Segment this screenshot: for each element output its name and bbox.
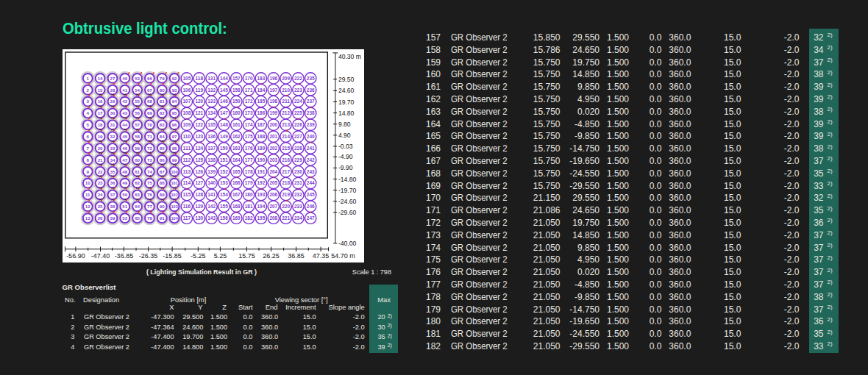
svg-text:29: 29 [110,99,115,104]
svg-text:174: 174 [244,122,252,127]
svg-text:20: 20 [97,145,102,150]
svg-text:162: 162 [232,133,240,138]
svg-text:196: 196 [269,75,277,80]
svg-text:81: 81 [159,99,164,104]
svg-text:110: 110 [182,133,191,138]
svg-text:29.50: 29.50 [338,75,354,82]
svg-text:37: 37 [110,192,115,197]
svg-text:24: 24 [97,192,102,197]
svg-text:207: 207 [269,204,277,209]
svg-text:244: 244 [306,180,314,185]
svg-text:118: 118 [195,75,203,80]
svg-text:73: 73 [146,157,152,162]
svg-text:113: 113 [182,168,191,174]
svg-text:124: 124 [195,145,203,150]
svg-text:137: 137 [207,145,216,150]
svg-text:123: 123 [195,133,203,138]
svg-text:66: 66 [146,75,152,80]
svg-text:75: 75 [146,180,152,185]
svg-text:171: 171 [244,87,252,92]
svg-text:143: 143 [207,215,216,220]
svg-text:130: 130 [195,215,203,220]
svg-text:229: 229 [294,157,302,162]
svg-text:36.85: 36.85 [288,251,305,259]
svg-text:26.25: 26.25 [263,251,280,259]
svg-text:168: 168 [232,204,240,209]
svg-text:111: 111 [182,145,191,150]
svg-text:142: 142 [207,204,216,209]
svg-text:22: 22 [97,168,102,174]
svg-text:218: 218 [282,180,290,185]
svg-text:105: 105 [182,75,191,80]
svg-text:38: 38 [110,204,115,209]
svg-text:153: 153 [220,180,228,185]
svg-text:58: 58 [135,133,140,138]
svg-text:243: 243 [306,168,314,174]
svg-text:158: 158 [232,87,240,92]
svg-text:136: 136 [207,133,216,138]
svg-text:32: 32 [110,133,115,138]
svg-text:47: 47 [122,157,127,162]
svg-text:117: 117 [182,215,191,220]
svg-text:95: 95 [171,110,177,115]
svg-text:202: 202 [269,145,277,150]
svg-text:63: 63 [135,192,140,197]
svg-text:-24.60: -24.60 [338,197,356,204]
svg-text:156: 156 [220,215,228,220]
svg-text:234: 234 [294,215,302,220]
svg-text:94: 94 [171,99,177,104]
svg-text:120: 120 [195,99,203,104]
svg-text:200: 200 [269,122,277,127]
svg-text:21: 21 [97,157,102,162]
svg-text:108: 108 [182,110,191,115]
svg-text:155: 155 [220,204,228,209]
svg-text:71: 71 [146,133,152,138]
svg-text:224: 224 [294,99,302,104]
svg-text:69: 69 [146,110,152,115]
svg-text:193: 193 [257,192,265,197]
svg-text:125: 125 [195,157,203,162]
svg-text:60: 60 [135,157,140,162]
svg-text:49: 49 [122,180,127,185]
svg-text:27: 27 [110,75,115,80]
svg-text:54: 54 [135,87,140,92]
svg-text:48: 48 [122,168,127,174]
svg-text:47.35: 47.35 [312,251,329,259]
svg-text:122: 122 [195,122,203,127]
svg-text:180: 180 [244,192,252,197]
svg-text:148: 148 [220,122,228,127]
svg-text:226: 226 [294,122,302,127]
svg-text:107: 107 [182,99,191,104]
svg-text:187: 187 [257,122,265,127]
svg-text:52: 52 [122,215,127,220]
svg-text:28: 28 [110,87,115,92]
svg-text:109: 109 [182,122,191,127]
svg-text:23: 23 [97,180,102,185]
svg-text:194: 194 [257,204,265,209]
svg-text:165: 165 [232,168,240,174]
svg-text:213: 213 [282,122,290,127]
svg-text:176: 176 [244,145,252,150]
svg-text:65: 65 [135,215,140,220]
svg-text:85: 85 [159,145,164,150]
svg-text:230: 230 [294,168,302,174]
svg-text:79: 79 [159,75,164,80]
svg-text:31: 31 [110,122,115,127]
svg-text:5.25: 5.25 [213,251,227,259]
svg-text:10: 10 [85,180,90,185]
svg-text:183: 183 [257,75,265,80]
svg-text:43: 43 [122,110,127,115]
svg-text:214: 214 [282,133,290,138]
svg-text:227: 227 [294,133,302,138]
svg-text:170: 170 [244,75,252,80]
svg-text:199: 199 [269,110,277,115]
svg-text:11: 11 [85,192,90,197]
svg-text:231: 231 [294,180,302,185]
svg-text:-5.25: -5.25 [191,251,206,259]
svg-text:104: 104 [171,215,178,220]
svg-text:4.90: 4.90 [338,131,350,138]
svg-text:236: 236 [306,87,314,92]
svg-text:-19.70: -19.70 [338,186,356,193]
svg-text:91: 91 [159,215,164,220]
svg-text:8: 8 [86,157,89,162]
